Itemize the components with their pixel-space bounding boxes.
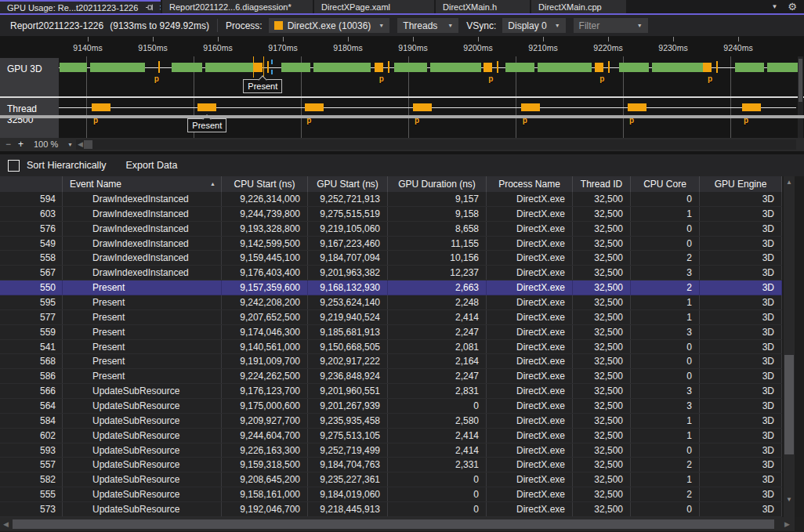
gpu-busy-segment[interactable]	[619, 63, 649, 72]
thread-present-bar[interactable]	[521, 103, 540, 111]
table-row[interactable]: 602UpdateSubResource9,244,604,7009,275,5…	[0, 429, 782, 443]
sort-hierarchically-checkbox[interactable]	[8, 160, 20, 172]
threads-dropdown[interactable]: Threads ▼	[397, 18, 458, 33]
table-cell: 32,500	[573, 266, 631, 280]
gpu-busy-segment[interactable]	[172, 63, 202, 72]
vsync-dropdown[interactable]: Display 0 ▼	[502, 18, 565, 33]
column-header[interactable]: Thread ID	[573, 176, 631, 192]
present-tick[interactable]	[497, 61, 498, 73]
present-tick[interactable]	[388, 61, 389, 73]
table-row[interactable]: 555UpdateSubResource9,158,161,0009,184,0…	[0, 487, 782, 502]
column-header[interactable]	[0, 176, 63, 192]
table-vscroll-thumb[interactable]	[784, 355, 794, 454]
table-row[interactable]: 584UpdateSubResource9,209,927,7009,235,9…	[0, 414, 782, 429]
table-horizontal-scrollbar[interactable]: ◀ ▶	[0, 517, 795, 531]
gpu-busy-segment[interactable]	[313, 63, 371, 72]
table-hscroll-thumb[interactable]	[13, 519, 774, 529]
gpu-busy-segment[interactable]	[505, 63, 534, 72]
document-tab[interactable]: GPU Usage: Re...t20211223-1226×	[0, 0, 161, 13]
table-row[interactable]: 558DrawIndexedInstanced9,159,445,1009,18…	[0, 251, 782, 266]
document-tab[interactable]: Report2021122...6.diagsession*	[162, 0, 313, 13]
present-marker[interactable]	[254, 63, 263, 72]
table-row[interactable]: 595Present9,242,208,2009,253,624,1402,24…	[0, 295, 782, 310]
thread-present-bar[interactable]	[413, 103, 432, 111]
table-row[interactable]: 586Present9,224,262,5009,236,848,9242,24…	[0, 369, 782, 384]
thread-present-bar[interactable]	[197, 103, 216, 111]
present-tick[interactable]	[158, 61, 160, 73]
pane-splitter[interactable]	[0, 115, 804, 118]
table-row[interactable]: 559Present9,174,046,3009,185,681,9132,24…	[0, 325, 782, 340]
present-marker[interactable]	[483, 63, 492, 72]
gpu-busy-segment[interactable]	[430, 63, 481, 72]
document-tab[interactable]: DirectXPage.xaml	[314, 0, 434, 13]
table-row[interactable]: 566UpdateSubResource9,176,123,7009,201,9…	[0, 384, 782, 399]
gpu-busy-segment[interactable]	[90, 63, 145, 72]
scroll-down-icon[interactable]: ▼	[786, 496, 792, 503]
zoom-in-button[interactable]: +	[18, 139, 24, 150]
table-row[interactable]: 541Present9,140,561,0009,150,668,5052,08…	[0, 340, 782, 355]
table-row[interactable]: 549DrawIndexedInstanced9,142,599,5009,16…	[0, 237, 782, 252]
present-marker[interactable]	[595, 63, 603, 72]
table-row[interactable]: 593UpdateSubResource9,226,163,3009,252,7…	[0, 443, 782, 458]
table-cell: 32,500	[573, 487, 631, 501]
table-row[interactable]: 557UpdateSubResource9,159,318,5009,184,7…	[0, 458, 782, 472]
table-row[interactable]: 582UpdateSubResource9,208,645,2009,235,2…	[0, 472, 782, 487]
thread-present-bar[interactable]	[305, 103, 324, 111]
zoom-level-chevron-icon[interactable]: ▼	[67, 142, 73, 147]
column-header[interactable]: CPU Start (ns)	[222, 176, 308, 192]
gpu-busy-segment[interactable]	[281, 63, 310, 72]
table-row[interactable]: 567DrawIndexedInstanced9,176,403,4009,20…	[0, 266, 782, 280]
timeline-scrollbar-thumb[interactable]	[84, 140, 92, 149]
gpu-busy-segment[interactable]	[205, 63, 257, 72]
column-header[interactable]: GPU Start (ns)	[308, 176, 388, 192]
column-header[interactable]: GPU Duration (ns)	[388, 176, 487, 192]
gear-icon[interactable]: ⚙	[788, 1, 797, 13]
scroll-right-icon[interactable]: ▶	[784, 520, 790, 528]
gpu-busy-segment[interactable]	[60, 63, 87, 72]
column-header[interactable]: CPU Core	[631, 176, 700, 192]
scroll-left-icon[interactable]: ◀	[3, 520, 9, 528]
timeline-horizontal-scrollbar[interactable]: ◀	[76, 139, 796, 150]
zoom-level-value[interactable]: 100 %	[34, 139, 58, 149]
table-row[interactable]: 568Present9,191,009,7009,202,917,2222,16…	[0, 354, 782, 369]
table-row[interactable]: 573UpdateSubResource9,192,046,7009,218,4…	[0, 502, 782, 517]
gpu-busy-segment[interactable]	[767, 63, 799, 72]
table-cell: 0	[388, 487, 487, 501]
document-tab[interactable]: DirectXMain.h	[436, 0, 530, 13]
thread-present-bar[interactable]	[742, 103, 761, 111]
present-marker[interactable]	[703, 63, 712, 72]
gpu-busy-segment[interactable]	[652, 63, 705, 72]
present-tick[interactable]	[608, 61, 610, 73]
column-header[interactable]: Event Name▲	[63, 176, 222, 192]
table-row[interactable]: 550Present9,157,359,6009,168,132,9302,66…	[0, 280, 782, 295]
export-data-button[interactable]: Export Data	[125, 160, 177, 171]
document-tab[interactable]: DirectXMain.cpp	[531, 0, 626, 13]
table-row[interactable]: 577Present9,207,652,5009,219,940,5242,41…	[0, 310, 782, 325]
table-row[interactable]: 603DrawIndexedInstanced9,244,739,8009,27…	[0, 207, 782, 222]
gpu-busy-segment[interactable]	[735, 63, 764, 72]
timeline-vertical-scrollbar[interactable]	[798, 56, 803, 138]
table-row[interactable]: 576DrawIndexedInstanced9,193,328,8009,21…	[0, 222, 782, 237]
close-icon[interactable]: ×	[159, 4, 161, 12]
scroll-left-icon[interactable]: ◀	[78, 140, 83, 148]
present-marker[interactable]	[375, 63, 383, 72]
thread-present-bar[interactable]	[628, 103, 646, 111]
scroll-up-icon[interactable]: ▲	[786, 179, 792, 186]
table-cell: DirectX.exe	[487, 472, 573, 487]
gpu-busy-segment[interactable]	[538, 63, 592, 72]
thread-present-bar[interactable]	[92, 103, 110, 111]
table-vertical-scrollbar[interactable]: ▲ ▼	[784, 176, 795, 517]
table-row[interactable]: 594DrawIndexedInstanced9,226,314,0009,25…	[0, 192, 782, 207]
gpu-busy-segment[interactable]	[394, 63, 427, 72]
present-tick[interactable]	[716, 61, 718, 73]
column-header[interactable]: GPU Engine	[700, 176, 782, 192]
column-header[interactable]: Process Name	[487, 176, 573, 192]
process-dropdown[interactable]: DirectX.exe (10036) ▼	[269, 18, 390, 33]
filter-input[interactable]: Filter ▼	[574, 18, 648, 33]
pin-icon[interactable]	[145, 3, 154, 12]
zoom-out-button[interactable]: −	[5, 139, 11, 150]
present-tick[interactable]	[267, 61, 269, 73]
tab-list-chevron-icon[interactable]: ▼	[771, 3, 777, 10]
table-row[interactable]: 564UpdateSubResource9,175,000,6009,201,2…	[0, 399, 782, 414]
timeline-vscroll-thumb[interactable]	[799, 59, 802, 102]
